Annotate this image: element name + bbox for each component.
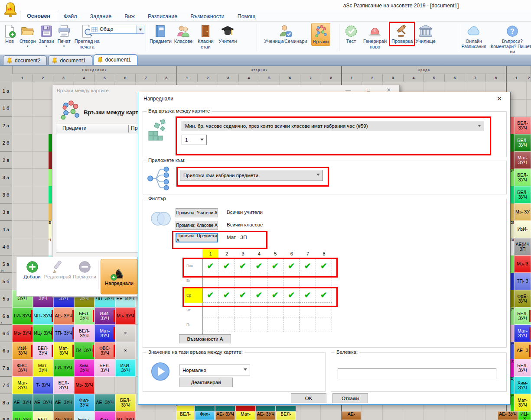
- row-label[interactable]: 3 б: [0, 186, 12, 204]
- timetable-cell[interactable]: АЕ- ЗУЧ: [53, 411, 74, 420]
- menu-tab-help[interactable]: Помощ: [231, 12, 262, 21]
- row-label[interactable]: 7 б: [0, 377, 12, 394]
- timetable-cell[interactable]: Мат-: [236, 411, 255, 420]
- pgrid-cell[interactable]: [251, 317, 267, 332]
- timetable-cell-sliver[interactable]: ЗП: [511, 238, 514, 255]
- pgrid-cell[interactable]: [218, 303, 235, 317]
- pgrid-cell[interactable]: [202, 317, 218, 332]
- timetable-cell[interactable]: ГИ- ЗУЧ: [74, 342, 95, 359]
- filter-change-button-0[interactable]: Промяна: Учители А: [176, 208, 218, 217]
- add-button[interactable]: Добави: [20, 260, 44, 279]
- pgrid-cell[interactable]: [267, 273, 283, 288]
- advanced-button[interactable]: ♞+Напреднали: [101, 259, 138, 294]
- timetable-cell[interactable]: БЕЛ-: [276, 411, 296, 420]
- timetable-cell[interactable]: АЕ(ИЧ ЗП: [514, 238, 531, 255]
- timetable-cell[interactable]: Фил- ЗУЧ: [74, 394, 95, 411]
- timetable-cell[interactable]: ×: [115, 325, 136, 342]
- menu-tab-assignment[interactable]: Задание: [84, 12, 118, 21]
- timetable-cell[interactable]: БЕЛ- ЗУЧ: [53, 377, 74, 394]
- timetable-cell[interactable]: БЕЛ- ЗУЧ: [514, 307, 531, 325]
- classes-button[interactable]: Класове: [173, 23, 194, 45]
- timetable-cell-sliver[interactable]: [511, 134, 514, 152]
- timetable-cell[interactable]: АЕ- ЗУЧ: [33, 394, 54, 411]
- save-button[interactable]: Запази▾: [37, 23, 55, 49]
- timetable-cell[interactable]: Мз- ЗУЧ: [74, 377, 95, 394]
- timetable-cell[interactable]: БЕЛ- ЗУЧ: [115, 394, 136, 411]
- timetable-cell[interactable]: ГИ- ЗУЧ: [53, 359, 74, 377]
- row-label[interactable]: 3 в: [0, 204, 12, 221]
- menu-tab-file[interactable]: Файл: [57, 12, 84, 21]
- timetable-cell[interactable]: АЕ- ЗУЧ: [498, 411, 518, 420]
- timetable-cell[interactable]: ИЦ- З: [518, 411, 531, 420]
- row-label[interactable]: 4 б: [0, 238, 12, 255]
- timetable-cell[interactable]: БЕЛ- ЗУЧ: [74, 325, 95, 342]
- pgrid-cell[interactable]: [300, 273, 316, 288]
- timetable-cell-sliver[interactable]: Ч: [49, 238, 52, 255]
- cancel-button[interactable]: Откажи: [332, 393, 368, 403]
- timetable-cell-sliver[interactable]: [511, 117, 514, 134]
- timetable-cell[interactable]: Мат- ЗУЧ: [94, 325, 115, 342]
- pgrid-cell[interactable]: [267, 317, 283, 332]
- timetable-cell[interactable]: БЕЛ- ЗУЧ: [514, 117, 531, 134]
- timetable-cell[interactable]: ИзИ- ЗУЧ: [115, 359, 136, 377]
- timetable-cell[interactable]: ИзИ- ЗУЧ: [94, 307, 115, 325]
- classrooms-button[interactable]: Класни стаи: [194, 23, 217, 50]
- ok-button[interactable]: OK: [291, 393, 326, 403]
- timetable-cell[interactable]: Мат- ЗУЧ: [12, 377, 33, 394]
- timetable-cell[interactable]: Мат- ЗУЧ: [514, 394, 531, 411]
- timetable-cell-sliver[interactable]: ЗП: [511, 221, 514, 238]
- timetable-cell[interactable]: ИЦ- ЗУЧ: [12, 411, 33, 420]
- pgrid-cell[interactable]: ✔: [316, 288, 332, 303]
- pgrid-cell[interactable]: ✔: [235, 288, 251, 303]
- row-label[interactable]: 6 аз: [0, 307, 12, 325]
- timetable-cell-sliver[interactable]: [511, 152, 514, 169]
- menu-tab-options[interactable]: Възможности: [184, 12, 231, 21]
- timetable-cell[interactable]: БЕЛ- ЗУЧ: [514, 169, 531, 186]
- timetable-cell-sliver[interactable]: УЧ: [511, 169, 514, 186]
- timetable-cell-sliver[interactable]: [511, 255, 514, 273]
- pgrid-cell[interactable]: [218, 317, 235, 332]
- timetable-cell-sliver[interactable]: [511, 325, 514, 342]
- row-label[interactable]: 6 в: [0, 342, 12, 359]
- timetable-cell-sliver[interactable]: [511, 204, 514, 221]
- pgrid-cell[interactable]: ✔: [218, 258, 235, 273]
- timetable-cell[interactable]: БЕЛ-: [33, 411, 54, 420]
- subjects-button[interactable]: Предмети: [148, 23, 173, 45]
- timetable-cell-sliver[interactable]: [511, 273, 514, 290]
- timetable-cell[interactable]: Фил-: [195, 411, 215, 420]
- timetable-cell[interactable]: Мат- ЗУЧ: [33, 359, 54, 377]
- pgrid-cell[interactable]: ✔: [283, 258, 300, 273]
- timetable-cell[interactable]: АЕ- ЗУЧ: [53, 394, 74, 411]
- pgrid-cell[interactable]: ✔: [267, 288, 283, 303]
- pgrid-cell[interactable]: [300, 303, 316, 317]
- row-label[interactable]: 3 а: [0, 169, 12, 186]
- timetable-cell[interactable]: Мз- ЗУЧ: [115, 307, 136, 325]
- timetable-cell[interactable]: Мат- ЗУЧ: [514, 325, 531, 342]
- timetable-cell[interactable]: ФВС- ЗУЧ: [94, 342, 115, 359]
- print-button[interactable]: Печат▾: [55, 23, 73, 49]
- timetable-cell[interactable]: АЕ- ЗУЧ: [53, 307, 74, 325]
- deactivate-button[interactable]: Деактивирай: [179, 378, 233, 387]
- row-label[interactable]: 5 в: [0, 290, 12, 307]
- timetable-cell[interactable]: АЕ-: [342, 411, 361, 420]
- pgrid-cell[interactable]: [235, 273, 251, 288]
- timetable-cell[interactable]: Мз- ЗУ: [514, 204, 531, 221]
- pgrid-cell[interactable]: [300, 317, 316, 332]
- doc-tab-2[interactable]: document1: [94, 54, 137, 65]
- pgrid-cell[interactable]: ✔: [283, 288, 300, 303]
- timetable-cell[interactable]: Мат- ЗУЧ: [514, 152, 531, 169]
- pgrid-cell[interactable]: [283, 317, 300, 332]
- online-button[interactable]: Онлайн Разписания: [459, 23, 488, 50]
- timetable-cell[interactable]: БЕЛ-: [176, 411, 194, 420]
- pgrid-cell[interactable]: ✔: [202, 288, 218, 303]
- row-label[interactable]: 8 б: [0, 411, 12, 420]
- test-button[interactable]: Тест: [342, 23, 360, 45]
- timetable-cell[interactable]: Биол-: [74, 411, 95, 420]
- note-input[interactable]: [338, 368, 496, 379]
- timetable-cell[interactable]: ФрЕ- ЗУЧ: [514, 290, 531, 307]
- timetable-cell-sliver[interactable]: [256, 406, 275, 411]
- teachers-button[interactable]: Учители: [217, 23, 238, 45]
- timetable-cell-sliver[interactable]: [195, 406, 215, 411]
- timetable-cell[interactable]: ×: [115, 342, 136, 359]
- links-button[interactable]: Връзки: [311, 23, 330, 46]
